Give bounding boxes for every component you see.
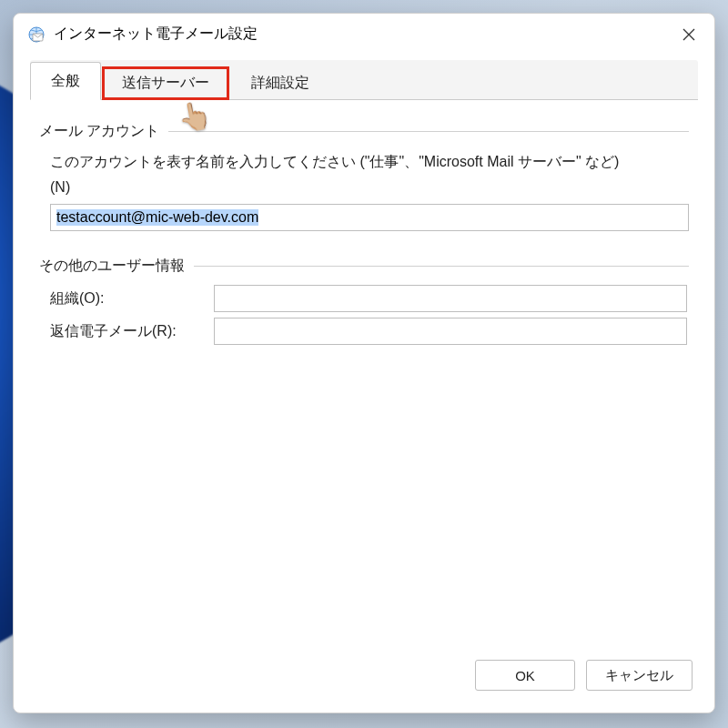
cancel-button[interactable]: キャンセル [586,660,693,691]
organization-input[interactable] [214,285,687,312]
account-name-accelerator: (N) [50,176,689,199]
divider [194,266,689,267]
dialog-title: インターネット電子メール設定 [54,25,668,44]
dialog-footer: OK キャンセル [14,652,714,713]
tab-general[interactable]: 全般 [30,62,101,100]
tab-outgoing-server[interactable]: 送信サーバー [101,66,230,100]
group-mail-account-header: メール アカウント [39,122,689,141]
close-icon [682,28,695,41]
tab-advanced-label: 詳細設定 [251,74,309,93]
reply-email-input[interactable] [214,318,687,345]
group-mail-account: メール アカウント このアカウントを表す名前を入力してください ("仕事"、"M… [39,122,689,231]
tab-content-general: メール アカウント このアカウントを表す名前を入力してください ("仕事"、"M… [14,100,714,652]
ok-button[interactable]: OK [475,660,575,691]
group-other-user-info-header: その他のユーザー情報 [39,257,689,276]
group-other-user-info-title: その他のユーザー情報 [39,257,185,276]
group-other-user-info: その他のユーザー情報 組織(O): 返信電子メール(R): [39,257,689,345]
close-button[interactable] [668,16,709,53]
titlebar: インターネット電子メール設定 [14,14,714,55]
email-settings-dialog: インターネット電子メール設定 全般 送信サーバー 詳細設定 👆🏼 メール アカウ… [13,13,715,713]
reply-email-label: 返信電子メール(R): [50,322,214,341]
group-mail-account-title: メール アカウント [39,122,159,141]
mail-globe-icon [26,25,46,45]
account-name-input[interactable]: testaccount@mic-web-dev.com [50,204,689,231]
account-name-value: testaccount@mic-web-dev.com [56,209,258,226]
tab-general-label: 全般 [51,72,80,91]
tab-outgoing-label: 送信サーバー [122,74,209,93]
divider [168,131,689,132]
row-organization: 組織(O): [50,285,689,312]
tab-bar: 全般 送信サーバー 詳細設定 [30,60,698,100]
tab-advanced[interactable]: 詳細設定 [230,66,330,100]
account-name-description: このアカウントを表す名前を入力してください ("仕事"、"Microsoft M… [50,150,689,174]
row-reply-email: 返信電子メール(R): [50,318,689,345]
organization-label: 組織(O): [50,289,214,308]
